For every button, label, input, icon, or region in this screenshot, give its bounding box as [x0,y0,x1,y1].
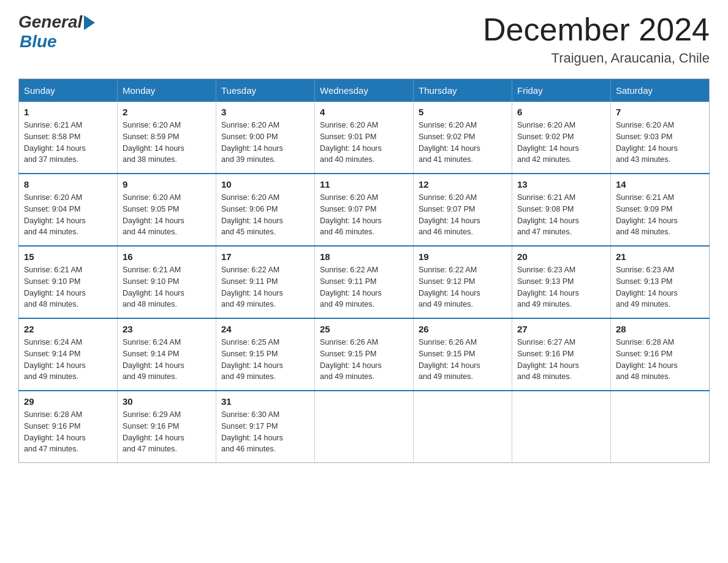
day-number: 18 [320,251,408,262]
calendar-cell: 12Sunrise: 6:20 AMSunset: 9:07 PMDayligh… [414,174,512,246]
logo-general-text: General [18,12,82,32]
calendar-cell: 28Sunrise: 6:28 AMSunset: 9:16 PMDayligh… [611,318,710,391]
day-info: Sunrise: 6:26 AMSunset: 9:15 PMDaylight:… [419,337,507,383]
calendar-cell: 24Sunrise: 6:25 AMSunset: 9:15 PMDayligh… [216,318,315,391]
day-number: 19 [419,251,507,262]
weekday-header-tuesday: Tuesday [216,79,315,102]
calendar-cell: 21Sunrise: 6:23 AMSunset: 9:13 PMDayligh… [611,246,710,318]
day-info: Sunrise: 6:20 AMSunset: 9:06 PMDaylight:… [221,192,309,238]
calendar-cell [315,391,414,463]
day-number: 28 [616,324,704,334]
day-info: Sunrise: 6:20 AMSunset: 9:02 PMDaylight:… [419,120,507,166]
day-info: Sunrise: 6:23 AMSunset: 9:13 PMDaylight:… [616,264,704,310]
day-number: 8 [24,179,112,190]
week-row-1: 1Sunrise: 6:21 AMSunset: 8:58 PMDaylight… [19,102,710,174]
day-number: 4 [320,107,408,117]
title-block: December 2024 Traiguen, Araucania, Chile [483,12,710,66]
calendar-cell: 10Sunrise: 6:20 AMSunset: 9:06 PMDayligh… [216,174,315,246]
day-info: Sunrise: 6:27 AMSunset: 9:16 PMDaylight:… [517,337,605,383]
day-info: Sunrise: 6:24 AMSunset: 9:14 PMDaylight:… [123,337,211,383]
calendar-cell [611,391,710,463]
day-info: Sunrise: 6:20 AMSunset: 9:04 PMDaylight:… [24,192,112,238]
month-title: December 2024 [483,12,710,47]
week-row-4: 22Sunrise: 6:24 AMSunset: 9:14 PMDayligh… [19,318,710,391]
calendar-cell: 9Sunrise: 6:20 AMSunset: 9:05 PMDaylight… [118,174,216,246]
day-number: 30 [123,396,211,407]
weekday-header-wednesday: Wednesday [315,79,414,102]
day-number: 11 [320,179,408,190]
calendar-cell: 17Sunrise: 6:22 AMSunset: 9:11 PMDayligh… [216,246,315,318]
calendar-cell: 31Sunrise: 6:30 AMSunset: 9:17 PMDayligh… [216,391,315,463]
day-info: Sunrise: 6:20 AMSunset: 9:03 PMDaylight:… [616,120,704,166]
day-info: Sunrise: 6:22 AMSunset: 9:11 PMDaylight:… [221,264,309,310]
day-number: 20 [517,251,605,262]
calendar-cell: 26Sunrise: 6:26 AMSunset: 9:15 PMDayligh… [414,318,512,391]
day-number: 1 [24,107,112,117]
day-number: 31 [221,396,309,407]
day-number: 29 [24,396,112,407]
page-header: General Blue December 2024 Traiguen, Ara… [18,12,710,66]
day-number: 27 [517,324,605,334]
calendar-cell: 6Sunrise: 6:20 AMSunset: 9:02 PMDaylight… [512,102,611,174]
calendar-cell: 23Sunrise: 6:24 AMSunset: 9:14 PMDayligh… [118,318,216,391]
day-number: 14 [616,179,704,190]
day-info: Sunrise: 6:29 AMSunset: 9:16 PMDaylight:… [123,409,211,455]
calendar-cell: 16Sunrise: 6:21 AMSunset: 9:10 PMDayligh… [118,246,216,318]
week-row-2: 8Sunrise: 6:20 AMSunset: 9:04 PMDaylight… [19,174,710,246]
day-number: 24 [221,324,309,334]
day-number: 25 [320,324,408,334]
calendar-cell: 13Sunrise: 6:21 AMSunset: 9:08 PMDayligh… [512,174,611,246]
weekday-header-saturday: Saturday [611,79,710,102]
logo: General Blue [18,12,95,52]
calendar-cell: 30Sunrise: 6:29 AMSunset: 9:16 PMDayligh… [118,391,216,463]
logo-blue-text: Blue [20,32,57,52]
calendar-cell: 2Sunrise: 6:20 AMSunset: 8:59 PMDaylight… [118,102,216,174]
day-info: Sunrise: 6:28 AMSunset: 9:16 PMDaylight:… [24,409,112,455]
day-info: Sunrise: 6:21 AMSunset: 9:10 PMDaylight:… [123,264,211,310]
day-info: Sunrise: 6:20 AMSunset: 9:02 PMDaylight:… [517,120,605,166]
day-info: Sunrise: 6:20 AMSunset: 9:05 PMDaylight:… [123,192,211,238]
calendar-cell: 15Sunrise: 6:21 AMSunset: 9:10 PMDayligh… [19,246,118,318]
calendar-cell: 5Sunrise: 6:20 AMSunset: 9:02 PMDaylight… [414,102,512,174]
day-info: Sunrise: 6:24 AMSunset: 9:14 PMDaylight:… [24,337,112,383]
day-info: Sunrise: 6:22 AMSunset: 9:11 PMDaylight:… [320,264,408,310]
calendar-cell: 22Sunrise: 6:24 AMSunset: 9:14 PMDayligh… [19,318,118,391]
day-number: 7 [616,107,704,117]
day-number: 15 [24,251,112,262]
day-number: 16 [123,251,211,262]
weekday-header-row: SundayMondayTuesdayWednesdayThursdayFrid… [19,79,710,102]
weekday-header-thursday: Thursday [414,79,512,102]
day-number: 22 [24,324,112,334]
day-number: 6 [517,107,605,117]
day-info: Sunrise: 6:22 AMSunset: 9:12 PMDaylight:… [419,264,507,310]
day-info: Sunrise: 6:20 AMSunset: 9:07 PMDaylight:… [419,192,507,238]
day-number: 9 [123,179,211,190]
calendar-cell: 25Sunrise: 6:26 AMSunset: 9:15 PMDayligh… [315,318,414,391]
weekday-header-sunday: Sunday [19,79,118,102]
calendar-cell: 18Sunrise: 6:22 AMSunset: 9:11 PMDayligh… [315,246,414,318]
day-number: 5 [419,107,507,117]
location-title: Traiguen, Araucania, Chile [483,50,710,66]
calendar-cell: 20Sunrise: 6:23 AMSunset: 9:13 PMDayligh… [512,246,611,318]
day-number: 12 [419,179,507,190]
calendar-cell: 3Sunrise: 6:20 AMSunset: 9:00 PMDaylight… [216,102,315,174]
calendar-cell: 29Sunrise: 6:28 AMSunset: 9:16 PMDayligh… [19,391,118,463]
day-info: Sunrise: 6:26 AMSunset: 9:15 PMDaylight:… [320,337,408,383]
day-number: 2 [123,107,211,117]
calendar-cell: 4Sunrise: 6:20 AMSunset: 9:01 PMDaylight… [315,102,414,174]
week-row-3: 15Sunrise: 6:21 AMSunset: 9:10 PMDayligh… [19,246,710,318]
day-number: 26 [419,324,507,334]
calendar-cell: 1Sunrise: 6:21 AMSunset: 8:58 PMDaylight… [19,102,118,174]
day-info: Sunrise: 6:20 AMSunset: 8:59 PMDaylight:… [123,120,211,166]
day-info: Sunrise: 6:28 AMSunset: 9:16 PMDaylight:… [616,337,704,383]
day-info: Sunrise: 6:21 AMSunset: 9:08 PMDaylight:… [517,192,605,238]
calendar-table: SundayMondayTuesdayWednesdayThursdayFrid… [18,79,710,463]
day-number: 13 [517,179,605,190]
day-info: Sunrise: 6:21 AMSunset: 9:10 PMDaylight:… [24,264,112,310]
day-number: 23 [123,324,211,334]
day-number: 17 [221,251,309,262]
calendar-cell: 27Sunrise: 6:27 AMSunset: 9:16 PMDayligh… [512,318,611,391]
day-number: 21 [616,251,704,262]
day-info: Sunrise: 6:20 AMSunset: 9:01 PMDaylight:… [320,120,408,166]
calendar-cell: 8Sunrise: 6:20 AMSunset: 9:04 PMDaylight… [19,174,118,246]
